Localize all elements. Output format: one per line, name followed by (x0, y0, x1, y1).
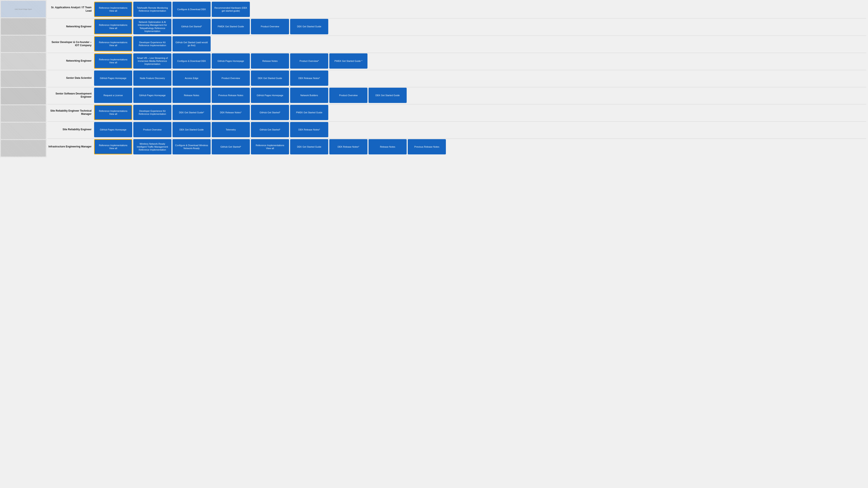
card-3-4[interactable]: Release Notes (251, 53, 289, 69)
row-5: Senior Software Development EngineerRequ… (48, 88, 866, 103)
card-8-4[interactable]: Reference Implementations View all (251, 139, 289, 154)
row-divider-7 (48, 138, 866, 139)
card-5-5[interactable]: Network Builders (290, 88, 328, 103)
card-0-0[interactable]: Reference Implementations View all (94, 2, 132, 17)
card-3-5[interactable]: Product Overview* (290, 53, 328, 69)
card-6-2[interactable]: DEK Get Started Guide* (173, 105, 211, 120)
card-1-3[interactable]: PWEK Get Started Guide (212, 19, 250, 34)
card-3-1[interactable]: Smart VR – Live Streaming of Immersive M… (133, 53, 172, 69)
cards-container-0: Reference Implementations View allTelehe… (94, 2, 866, 17)
role-label-8: Infrastructure Engineering Manager (48, 139, 94, 154)
row-0: Sr. Applications Analyst / IT Team LeadR… (48, 2, 866, 17)
card-2-0[interactable]: Reference Implementations View all (94, 36, 132, 52)
row-divider-5 (48, 104, 866, 104)
card-7-1[interactable]: Product Overview (133, 122, 172, 137)
role-label-7: Site Reliability Engineer (48, 122, 94, 137)
card-4-4[interactable]: DEK Get Started Guide (251, 70, 289, 86)
card-2-2[interactable]: GitHub Get Started (said would go first) (173, 36, 211, 52)
role-label-1: Networking Engineer (48, 19, 94, 34)
card-1-1[interactable]: Network Optimization & AI Inferencing Ma… (133, 19, 172, 34)
main-content: Sr. Applications Analyst / IT Team LeadR… (46, 0, 868, 157)
card-5-7[interactable]: DEK Get Started Guide (369, 88, 407, 103)
row-8: Infrastructure Engineering ManagerRefere… (48, 139, 866, 154)
row-4: Senior Data ScientistGitHub Pages Homepa… (48, 70, 866, 86)
card-6-3[interactable]: DEK Release Notes* (212, 105, 250, 120)
row-1: Networking EngineerReference Implementat… (48, 19, 866, 34)
card-5-0[interactable]: Request a License (94, 88, 132, 103)
card-4-2[interactable]: Access Edge (173, 70, 211, 86)
card-8-1[interactable]: Wireless Network-Ready Intelligent Traff… (133, 139, 172, 154)
card-8-0[interactable]: Reference Implementations View all (94, 139, 132, 154)
cards-container-7: GitHub Pages HomepageProduct OverviewDEK… (94, 122, 866, 137)
row-6: Site Reliability Engineer Technical Mana… (48, 105, 866, 120)
card-4-5[interactable]: DEK Release Notes* (290, 70, 328, 86)
card-4-0[interactable]: GitHub Pages Homepage (94, 70, 132, 86)
role-label-0: Sr. Applications Analyst / IT Team Lead (48, 2, 94, 17)
cards-container-1: Reference Implementations View allNetwor… (94, 19, 866, 34)
role-label-5: Senior Software Development Engineer (48, 88, 94, 103)
card-8-7[interactable]: Release Notes (369, 139, 407, 154)
card-4-1[interactable]: Node Feature Discovery (133, 70, 172, 86)
row-divider-6 (48, 121, 866, 122)
cards-container-2: Reference Implementations View allDevelo… (94, 36, 866, 52)
role-label-2: Senior Developer & Co-founder – IOT Comp… (48, 36, 94, 52)
card-6-4[interactable]: GitHub Get Started* (251, 105, 289, 120)
card-5-1[interactable]: GitHub Pages Homepage (133, 88, 172, 103)
role-label-3: Networking Engineer (48, 53, 94, 69)
card-2-1[interactable]: Developer Experience Kit Reference Imple… (133, 36, 172, 52)
left-panel: Intel Smart Edge Open (0, 0, 46, 157)
cards-container-8: Reference Implementations View allWirele… (94, 139, 866, 154)
row-2: Senior Developer & Co-founder – IOT Comp… (48, 36, 866, 52)
card-1-2[interactable]: GitHub Get Started* (173, 19, 211, 34)
cards-container-4: GitHub Pages HomepageNode Feature Discov… (94, 70, 866, 86)
card-8-3[interactable]: GitHub Get Started* (212, 139, 250, 154)
card-8-5[interactable]: DEK Get Started Guide (290, 139, 328, 154)
row-divider-0 (48, 18, 866, 19)
role-label-4: Senior Data Scientist (48, 70, 94, 86)
card-1-0[interactable]: Reference Implementations View all (94, 19, 132, 34)
card-6-1[interactable]: Developer Experience Kit Reference Imple… (133, 105, 172, 120)
card-5-2[interactable]: Release Notes (173, 88, 211, 103)
card-6-0[interactable]: Reference Implementations View all (94, 105, 132, 120)
card-1-4[interactable]: Product Overview (251, 19, 289, 34)
card-7-0[interactable]: GitHub Pages Homepage (94, 122, 132, 137)
page-container: Intel Smart Edge Open Sr. Applications A… (0, 0, 868, 157)
card-0-1[interactable]: Telehealth Remote Monitoring Reference I… (133, 2, 172, 17)
card-7-4[interactable]: GitHub Get Started* (251, 122, 289, 137)
card-3-0[interactable]: Reference Implementations View all (94, 53, 132, 69)
cards-container-3: Reference Implementations View allSmart … (94, 53, 866, 69)
card-7-2[interactable]: DEK Get Started Guide (173, 122, 211, 137)
row-3: Networking EngineerReference Implementat… (48, 53, 866, 69)
card-0-2[interactable]: Configure & Download DEK (173, 2, 211, 17)
row-7: Site Reliability EngineerGitHub Pages Ho… (48, 122, 866, 137)
card-6-5[interactable]: PWEK Get Started Guide (290, 105, 328, 120)
card-5-6[interactable]: Product Overview (329, 88, 368, 103)
card-8-8[interactable]: Previous Release Notes (408, 139, 446, 154)
card-3-6[interactable]: PWEK Get Started Guide * (329, 53, 368, 69)
card-8-6[interactable]: DEK Release Notes* (329, 139, 368, 154)
role-label-6: Site Reliability Engineer Technical Mana… (48, 105, 94, 120)
card-1-5[interactable]: DEK Get Started Guide (290, 19, 328, 34)
card-4-3[interactable]: Product Overview (212, 70, 250, 86)
card-3-3[interactable]: GitHub Pages Homepage (212, 53, 250, 69)
card-3-2[interactable]: Configure & Download DEK (173, 53, 211, 69)
row-divider-4 (48, 87, 866, 87)
card-0-3[interactable]: Recommended Hardware (DEK get started gu… (212, 2, 250, 17)
cards-container-6: Reference Implementations View allDevelo… (94, 105, 866, 120)
card-7-3[interactable]: Telemetry (212, 122, 250, 137)
card-5-3[interactable]: Previous Release Notes (212, 88, 250, 103)
card-7-5[interactable]: DEK Release Notes* (290, 122, 328, 137)
card-8-2[interactable]: Configure & Download Wireless Network-Re… (173, 139, 211, 154)
card-5-4[interactable]: GitHub Pages Homepage (251, 88, 289, 103)
cards-container-5: Request a LicenseGitHub Pages HomepageRe… (94, 88, 866, 103)
